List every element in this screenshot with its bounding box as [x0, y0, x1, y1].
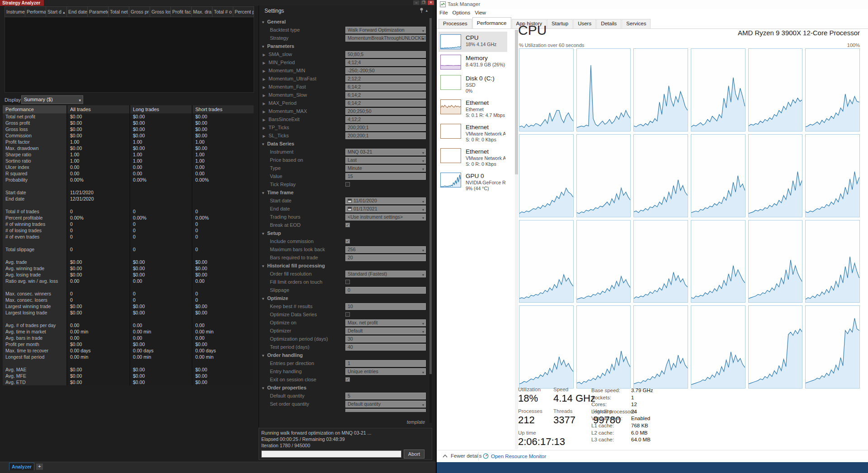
menu-view[interactable]: View	[475, 9, 490, 17]
grid-column-header-total-o[interactable]: Total # o	[212, 6, 233, 17]
tab-analyzer[interactable]: Analyzer	[9, 463, 34, 470]
sidebar-item-cpu[interactable]: CPU18% 4.14 GHz	[439, 32, 507, 52]
input-field[interactable]: 10	[345, 303, 426, 310]
grid-column-header-start-d[interactable]: Start d▲	[46, 6, 67, 17]
grid-column-header-profit-fac[interactable]: Profit fac	[171, 6, 192, 17]
menu-file[interactable]: File	[439, 9, 452, 17]
input-field[interactable]: -250;-200;50	[345, 67, 426, 74]
input-field[interactable]: 5	[345, 393, 426, 399]
sidebar-item-gpu-0[interactable]: GPU 0NVIDIA GeForce RTX ...9% (44 °C)	[439, 170, 507, 194]
sidebar-item-ethernet[interactable]: EthernetVMware Network Ada...S: 0 R: 0 K…	[439, 121, 507, 145]
dropdown-field[interactable]: Default quantity▾	[345, 401, 426, 407]
param-expand-icon[interactable]: ▶	[263, 94, 265, 98]
grid-column-header-total-net[interactable]: Total net	[108, 6, 129, 17]
param-expand-icon[interactable]: ▶	[263, 77, 265, 81]
grid-column-header-max-dra[interactable]: Max. dra	[192, 6, 212, 17]
grid-column-header-instrume[interactable]: Instrume	[5, 6, 25, 17]
template-link[interactable]: template	[407, 419, 425, 425]
windows-taskbar[interactable]	[437, 462, 868, 473]
section-collapse-icon[interactable]: ▼	[261, 45, 265, 49]
section-collapse-icon[interactable]: ▼	[261, 191, 265, 195]
dropdown-field[interactable]: 256▾	[345, 246, 426, 253]
sidebar-scrollbar[interactable]	[515, 30, 518, 449]
dropdown-field[interactable]: <Use instrument settings>▾	[345, 214, 426, 220]
input-field[interactable]: 200;200;1	[345, 132, 426, 139]
grid-column-header-performa[interactable]: Performa	[25, 6, 46, 17]
tab-users[interactable]: Users	[573, 19, 596, 28]
checkbox-checked[interactable]: ✓	[345, 239, 350, 244]
input-field[interactable]: 15	[345, 173, 426, 180]
input-field[interactable]: 50;80;5	[345, 51, 426, 58]
dropdown-field[interactable]: MomentumBreakThroughUNLOCKED▾	[345, 35, 426, 42]
param-expand-icon[interactable]: ▶	[263, 61, 265, 65]
dropdown-field[interactable]: Standard (Fastest)▾	[345, 271, 426, 277]
dropdown-field[interactable]: Minute▾	[345, 165, 426, 172]
date-field[interactable]: 01/17/2021▾	[345, 206, 426, 212]
tab-processes[interactable]: Processes	[439, 19, 472, 28]
section-collapse-icon[interactable]: ▼	[261, 232, 265, 236]
param-expand-icon[interactable]: ▶	[263, 85, 265, 89]
pin-icon[interactable]	[420, 8, 424, 13]
checkbox-unchecked[interactable]	[345, 280, 350, 284]
checkbox-checked[interactable]: ✓	[345, 223, 350, 227]
param-expand-icon[interactable]: ▶	[263, 134, 265, 138]
checkbox-unchecked[interactable]	[345, 312, 350, 317]
open-resource-monitor-link[interactable]: Open Resource Monitor	[483, 453, 546, 459]
param-expand-icon[interactable]: ▶	[263, 102, 265, 106]
tab-details[interactable]: Details	[596, 19, 621, 28]
input-field[interactable]: 1	[345, 360, 426, 367]
section-collapse-icon[interactable]: ▼	[261, 20, 265, 24]
section-collapse-icon[interactable]: ▼	[261, 297, 265, 301]
grid-column-header-gross-los[interactable]: Gross los	[150, 6, 171, 17]
checkbox-checked[interactable]: ✓	[345, 377, 350, 382]
abort-button[interactable]: Abort	[404, 450, 425, 459]
dropdown-field[interactable]: Default▾	[345, 328, 426, 334]
section-collapse-icon[interactable]: ▼	[261, 386, 265, 390]
param-expand-icon[interactable]: ▶	[263, 126, 265, 130]
input-field[interactable]: 4;12;2	[345, 116, 426, 123]
grid-column-header-percent-p[interactable]: Percent p	[233, 6, 254, 17]
dropdown-field[interactable]: Max. net profit▾	[345, 319, 426, 326]
menu-options[interactable]: Options	[453, 9, 474, 17]
input-field[interactable]: 20	[345, 254, 426, 261]
maximize-button[interactable]: ❐	[420, 0, 427, 5]
display-dropdown[interactable]: Summary ($) ▾	[21, 95, 83, 104]
input-field[interactable]: 4;12;4	[345, 59, 426, 66]
input-field[interactable]: 6;14;2	[345, 84, 426, 90]
settings-scrollbar-thumb[interactable]	[429, 18, 432, 374]
dropdown-field[interactable]: Walk Forward Optimization▾	[345, 27, 426, 33]
task-manager-titlebar[interactable]: Task Manager	[437, 0, 868, 9]
sidebar-scrollbar-thumb[interactable]	[515, 30, 518, 174]
tab-services[interactable]: Services	[622, 19, 651, 28]
add-tab-button[interactable]: +	[36, 464, 43, 470]
param-expand-icon[interactable]: ▶	[263, 53, 265, 57]
sidebar-item-ethernet[interactable]: EthernetEthernetS: 0.1 R: 4.7 Mbps	[439, 97, 507, 121]
param-expand-icon[interactable]: ▶	[263, 69, 265, 73]
section-collapse-icon[interactable]: ▼	[261, 142, 265, 146]
sidebar-item-memory[interactable]: Memory8.4/31.9 GB (26%)	[439, 52, 507, 72]
tab-performance[interactable]: Performance	[472, 17, 511, 28]
grid-column-header-end-date[interactable]: End date	[67, 6, 88, 17]
grid-column-header-paramete[interactable]: Paramete	[88, 6, 108, 17]
param-expand-icon[interactable]: ▶	[263, 110, 265, 114]
dropdown-field[interactable]: MNQ 03-21▾	[345, 149, 426, 155]
input-field[interactable]: 0	[345, 287, 426, 294]
minimize-button[interactable]: –	[413, 0, 420, 5]
grid-column-header-gross-pr[interactable]: Gross pr	[129, 6, 150, 17]
input-field[interactable]: 6;14;2	[345, 100, 426, 107]
input-field[interactable]: 200;250;50	[345, 108, 426, 115]
tab-startup[interactable]: Startup	[547, 19, 573, 28]
settings-scrollbar[interactable]	[429, 18, 432, 423]
collapse-icon[interactable]: ▴	[425, 8, 428, 13]
input-field[interactable]: 2;12;2	[345, 75, 426, 82]
sidebar-item-ethernet[interactable]: EthernetVMware Network Ada...S: 0 R: 0 K…	[439, 145, 507, 170]
input-field[interactable]: 40	[345, 344, 426, 351]
dropdown-field[interactable]: Last▾	[345, 157, 426, 164]
section-collapse-icon[interactable]: ▼	[261, 264, 265, 268]
input-field[interactable]: 30	[345, 336, 426, 342]
fewer-details-button[interactable]: Fewer details	[442, 453, 481, 459]
section-collapse-icon[interactable]: ▼	[261, 354, 265, 358]
sidebar-item-disk-0-c-[interactable]: Disk 0 (C:)SSD0%	[439, 72, 507, 97]
close-button[interactable]: ✕	[428, 0, 434, 5]
input-field[interactable]: 6;14;2	[345, 92, 426, 98]
